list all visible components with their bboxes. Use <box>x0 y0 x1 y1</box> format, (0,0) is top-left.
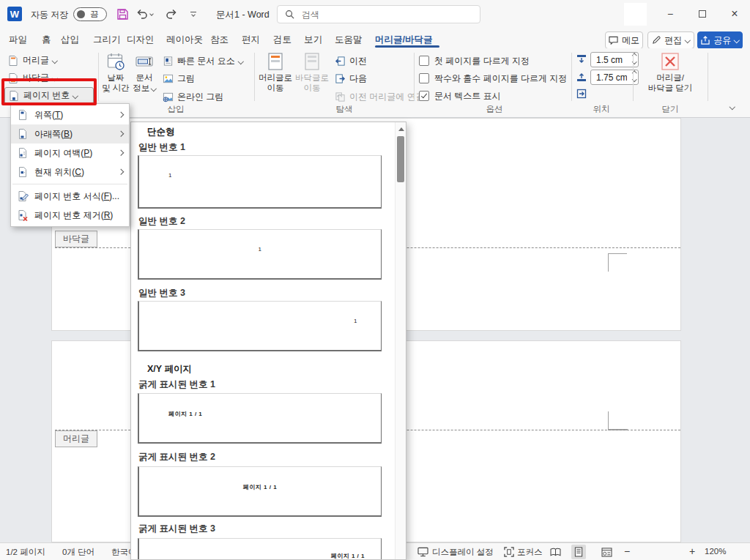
quick-parts-chevron-icon <box>238 59 244 64</box>
picture-button[interactable]: 그림 <box>160 70 198 87</box>
read-mode-icon <box>550 548 561 557</box>
footer-from-bottom-spinner[interactable] <box>590 70 639 85</box>
menu-item-remove-page-numbers[interactable]: 페이지 번호 제거(R) <box>11 206 129 225</box>
different-odd-even-checkbox[interactable]: 짝수와 홀수 페이지를 다르게 지정 <box>419 71 567 86</box>
header-from-top-spinner[interactable] <box>590 52 639 67</box>
redo-button[interactable] <box>163 6 180 22</box>
menu-item-page-margins[interactable]: 페이지 여백(P) <box>11 143 129 163</box>
date-time-label-1: 날짜 <box>108 73 125 83</box>
share-chevron-icon <box>734 37 740 43</box>
save-icon <box>116 8 129 20</box>
tab-draw[interactable]: 그리기 <box>93 32 121 47</box>
check-icon <box>421 92 427 99</box>
gallery-section-simple: 단순형 <box>147 126 175 138</box>
quick-access-more-button[interactable] <box>185 6 202 22</box>
collapse-ribbon-chevron-icon[interactable] <box>729 104 735 110</box>
tab-header-footer-active[interactable]: 머리글/바닥글 <box>375 32 432 47</box>
read-mode-button[interactable] <box>548 545 562 559</box>
tab-references[interactable]: 참조 <box>210 32 229 47</box>
account-area[interactable] <box>624 3 647 26</box>
tab-home[interactable]: 홈 <box>42 32 51 47</box>
search-box[interactable] <box>277 5 480 23</box>
tab-review[interactable]: 검토 <box>273 32 292 47</box>
menu-item-format-page-numbers[interactable]: 페이지 번호 서식(F)... <box>11 187 129 206</box>
format-page-numbers-icon <box>17 190 29 202</box>
tab-layout[interactable]: 레이아웃 <box>166 32 203 47</box>
autosave-toggle[interactable]: 끔 <box>73 7 107 21</box>
submenu-arrow-icon <box>117 150 123 156</box>
word-count[interactable]: 0개 단어 <box>62 547 94 558</box>
page-indicator[interactable]: 1/2 페이지 <box>6 547 45 558</box>
quick-parts-button[interactable]: 빠른 문서 요소 <box>160 53 245 70</box>
goto-header-label-2: 이동 <box>267 83 284 94</box>
display-settings-icon <box>417 547 428 557</box>
preview-page-number: 페이지 1 / 1 <box>168 410 202 418</box>
preview-page-number: 1 <box>168 172 172 179</box>
group-separator <box>633 53 634 101</box>
document-info-button[interactable]: 문서 정보 <box>131 52 157 93</box>
different-first-page-checkbox[interactable]: 첫 페이지를 다르게 지정 <box>419 53 530 68</box>
goto-header-button[interactable]: 머리글로 이동 <box>258 52 293 93</box>
goto-footer-icon <box>303 52 321 71</box>
gallery-scrollbar[interactable] <box>395 122 406 559</box>
options-group-label: 옵션 <box>461 104 527 115</box>
toggle-knob <box>77 10 85 18</box>
header-label: 머리글 <box>23 54 49 67</box>
insert-alignment-tab-icon[interactable] <box>576 88 587 100</box>
scrollbar-thumb[interactable] <box>397 136 404 182</box>
editing-label: 편집 <box>664 34 682 47</box>
undo-dropdown-chevron <box>149 12 154 16</box>
zoom-in-button[interactable]: + <box>689 545 695 557</box>
preview-page-number: 1 <box>259 246 262 253</box>
menu-item-top[interactable]: 위쪽(T) <box>11 105 129 124</box>
previous-icon <box>335 56 346 67</box>
save-button[interactable] <box>114 6 131 22</box>
picture-label: 그림 <box>177 72 195 85</box>
tab-file[interactable]: 파일 <box>9 32 27 47</box>
search-icon <box>285 10 294 19</box>
next-label: 다음 <box>349 72 367 85</box>
autosave-label: 자동 저장 <box>31 9 68 21</box>
focus-button[interactable]: 포커스 <box>517 547 543 558</box>
minimize-button[interactable]: − <box>654 0 686 28</box>
close-header-footer-button[interactable]: 머리글/ 바닥글 닫기 <box>641 52 699 93</box>
menu-item-current-position[interactable]: 현재 위치(C) <box>11 163 129 182</box>
share-button[interactable]: 공유 <box>697 31 743 49</box>
svg-text:W: W <box>10 9 20 20</box>
redo-icon <box>165 8 178 20</box>
previous-button[interactable]: 이전 <box>332 53 370 70</box>
editing-button[interactable]: 편집 <box>647 31 694 49</box>
page-top-icon <box>17 109 29 121</box>
scrollbar-up-arrow-icon[interactable] <box>398 127 404 131</box>
tab-design[interactable]: 디자인 <box>127 32 155 47</box>
header-button[interactable]: 머리글 <box>4 52 60 69</box>
menu-item-bottom[interactable]: 아래쪽(B) <box>11 124 129 143</box>
tab-help[interactable]: 도움말 <box>335 32 363 47</box>
close-button[interactable]: × <box>719 0 750 28</box>
tab-insert[interactable]: 삽입 <box>61 32 79 47</box>
date-time-button[interactable]: 날짜 및 시간 <box>101 52 130 93</box>
submenu-arrow-icon <box>117 112 123 118</box>
zoom-level[interactable]: 120% <box>705 547 726 556</box>
web-layout-button[interactable] <box>599 545 614 559</box>
next-button[interactable]: 다음 <box>332 70 370 87</box>
gallery-preview: 페이지 1 / 1 <box>138 393 382 444</box>
comments-button[interactable]: 메모 <box>605 31 643 49</box>
tab-mailings[interactable]: 편지 <box>242 32 260 47</box>
zoom-out-button[interactable]: − <box>624 545 630 557</box>
header-from-top-input[interactable] <box>595 53 628 66</box>
display-settings-button[interactable]: 디스플레이 설정 <box>432 547 494 558</box>
tab-view[interactable]: 보기 <box>304 32 322 47</box>
checkbox-unchecked <box>419 73 429 83</box>
ribbon-tab-bar: 파일 홈 삽입 그리기 디자인 레이아웃 참조 편지 검토 보기 도움말 머리글… <box>0 28 750 48</box>
show-doc-text-label: 문서 텍스트 표시 <box>434 90 501 102</box>
maximize-icon <box>699 10 706 18</box>
gallery-preview: 페이지 1 / 1 <box>138 466 382 517</box>
footer-from-bottom-input[interactable] <box>595 71 628 83</box>
undo-button[interactable] <box>135 6 153 22</box>
print-layout-button[interactable] <box>571 545 586 559</box>
search-input[interactable] <box>300 9 461 20</box>
maximize-button[interactable] <box>686 0 719 28</box>
show-doc-text-checkbox[interactable]: 문서 텍스트 표시 <box>419 89 501 103</box>
online-pictures-button[interactable]: 온라인 그림 <box>160 89 226 105</box>
